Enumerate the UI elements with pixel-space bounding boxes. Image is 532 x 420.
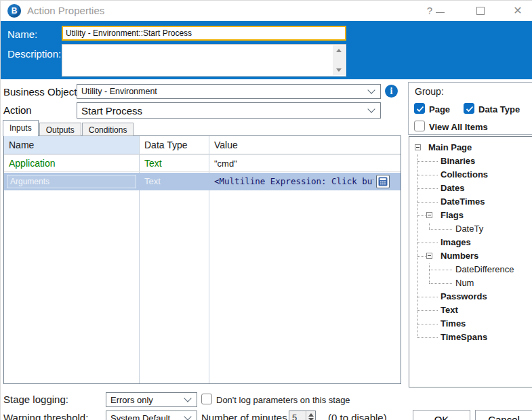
business-object-dropdown[interactable]: Utility - Environment [77, 84, 381, 99]
view-all-items-label[interactable]: View All Items [429, 122, 488, 132]
chevron-down-icon [367, 86, 375, 93]
check-icon [416, 106, 424, 112]
tab-outputs[interactable]: Outputs [39, 123, 81, 136]
description-field [62, 44, 346, 77]
stage-logging-label: Stage logging: [3, 394, 68, 405]
datatype-checkbox-label[interactable]: Data Type [478, 104, 520, 114]
tab-inputs[interactable]: Inputs [3, 120, 39, 136]
description-label: Description: [7, 48, 61, 60]
view-all-items-checkbox[interactable] [414, 121, 425, 131]
tree-item-binaries[interactable]: Binaries [409, 154, 532, 168]
column-header-value[interactable]: Value [209, 136, 401, 154]
chevron-down-icon [184, 413, 191, 420]
info-icon[interactable]: i [385, 85, 398, 98]
stage-logging-value: Errors only [110, 395, 153, 405]
dont-log-checkbox[interactable] [201, 394, 212, 404]
tree-item-datety[interactable]: DateTy [409, 222, 532, 236]
tree-item-collections[interactable]: Collections [409, 168, 532, 182]
minutes-spinner[interactable]: 5 [289, 411, 316, 420]
page-checkbox[interactable] [414, 103, 425, 114]
chevron-down-icon [184, 394, 191, 402]
window-title: Action Properties [27, 5, 104, 16]
blue-prism-app-icon: B [7, 4, 21, 18]
param-value-expression[interactable]: <Multiline Expression: Click button [209, 173, 373, 190]
tree-item-passwords[interactable]: Passwords [409, 290, 532, 303]
action-dropdown[interactable]: Start Process [77, 102, 381, 119]
action-label: Action [3, 104, 32, 116]
column-header-name[interactable]: Name [4, 136, 139, 154]
cancel-button[interactable]: Cancel [475, 410, 532, 420]
tab-conditions[interactable]: Conditions [82, 123, 134, 136]
tree-item-timespans[interactable]: TimeSpans [409, 331, 532, 344]
tree-item-images[interactable]: Images [409, 236, 532, 249]
title-bar: B Action Properties ? ✕ [1, 1, 532, 21]
spinner-up-icon[interactable] [308, 413, 314, 417]
minutes-label: Number of minutes [201, 412, 287, 420]
check-icon [466, 106, 474, 112]
collapse-icon[interactable] [415, 144, 421, 150]
parameter-tabs: Inputs Outputs Conditions [3, 121, 134, 136]
maximize-icon[interactable] [474, 3, 489, 18]
data-items-tree[interactable]: Main Page Binaries Collections Dates Dat… [409, 136, 532, 387]
scroll-down-icon[interactable] [336, 68, 342, 72]
inputs-table: Name Data Type Value Application Text "c… [3, 135, 401, 384]
action-value: Start Process [81, 105, 142, 117]
tree-item-datedifference[interactable]: DateDifference [409, 263, 532, 276]
minutes-value: 5 [292, 413, 297, 420]
chevron-down-icon [367, 105, 375, 112]
param-datatype: Text [140, 155, 209, 172]
datatype-checkbox[interactable] [464, 103, 474, 114]
tree-item-times[interactable]: Times [409, 317, 532, 331]
close-icon[interactable]: ✕ [510, 3, 525, 18]
collapse-icon[interactable] [426, 212, 432, 218]
tree-item-numbers[interactable]: Numbers [409, 249, 532, 263]
name-input[interactable] [62, 26, 346, 41]
expression-editor-button[interactable] [376, 175, 390, 188]
param-name-input[interactable]: Arguments [7, 175, 136, 188]
tree-item-num[interactable]: Num [409, 276, 532, 290]
warning-threshold-dropdown[interactable]: System Default [106, 411, 197, 420]
collapse-icon[interactable] [426, 253, 432, 259]
tree-item-main-page[interactable]: Main Page [409, 141, 532, 154]
business-object-value: Utility - Environment [81, 87, 157, 96]
ok-button[interactable]: OK [413, 410, 470, 420]
calculator-icon [378, 177, 388, 186]
description-input[interactable] [62, 45, 332, 76]
table-row-selected[interactable]: Arguments Text <Multiline Expression: Cl… [4, 173, 401, 190]
name-label: Name: [7, 28, 37, 40]
param-datatype: Text [140, 173, 209, 190]
tree-item-text[interactable]: Text [409, 303, 532, 317]
group-label: Group: [415, 86, 444, 97]
tree-item-datetimes[interactable]: DateTimes [409, 195, 532, 209]
disable-hint: (0 to disable) [328, 412, 387, 420]
tree-item-dates[interactable]: Dates [409, 182, 532, 195]
group-panel: Group: Page Data Type View All Items [408, 82, 532, 135]
dont-log-label[interactable]: Don't log parameters on this stage [216, 395, 350, 405]
minimize-icon[interactable] [433, 3, 448, 18]
warning-threshold-value: System Default [110, 413, 170, 420]
stage-logging-dropdown[interactable]: Errors only [106, 392, 197, 407]
header-panel: Name: Description: [1, 21, 532, 79]
warning-threshold-label: Warning threshold: [3, 412, 88, 420]
spinner-buttons[interactable] [306, 411, 315, 420]
tree-item-flags[interactable]: Flags [409, 209, 532, 222]
param-name: Application [4, 155, 139, 172]
action-properties-dialog: B Action Properties ? ✕ Name: Descriptio… [0, 0, 532, 420]
column-header-datatype[interactable]: Data Type [140, 136, 209, 154]
param-value[interactable]: "cmd" [209, 155, 401, 172]
scroll-up-icon[interactable] [336, 49, 342, 52]
page-checkbox-label[interactable]: Page [429, 104, 450, 114]
business-object-label: Business Object [3, 86, 77, 98]
table-row[interactable]: Application Text "cmd" [4, 155, 401, 172]
description-scrollbar[interactable] [333, 45, 345, 75]
